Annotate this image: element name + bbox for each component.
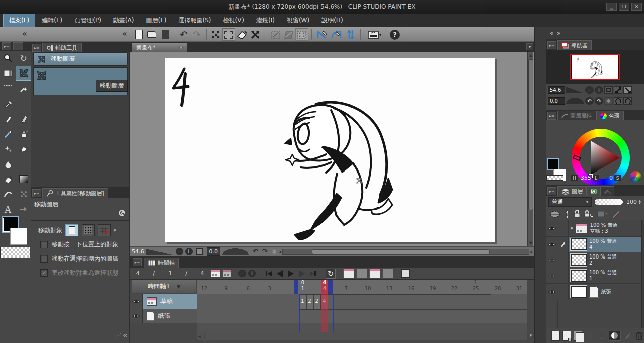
track-eye-cell[interactable] [130,294,143,309]
transform-button[interactable] [249,28,262,41]
timeline-hscrollbar[interactable]: ◂ [197,332,527,340]
panel-resize-grip-icon[interactable]: ⋰ [115,332,121,339]
scroll-up-icon[interactable]: ▲ [528,53,534,58]
timeline-cel[interactable]: 2 [314,294,321,309]
expand-icon[interactable]: ▾ [571,226,573,231]
canvas-vscrollbar[interactable]: ▲ ▼ [527,52,533,246]
auto-select-tool[interactable] [16,81,31,96]
tab-tools[interactable] [13,42,23,50]
navigator-zoom-value[interactable]: 54.6 [548,86,565,94]
specify-cel-button[interactable] [356,269,367,278]
scroll-left-icon[interactable]: ◂ [198,334,201,339]
panel-menu-icon[interactable]: ▸≡ [32,44,41,52]
nav-reset-button[interactable]: ✱ [604,97,613,105]
select-area-button[interactable] [222,28,235,41]
opacity-stepper[interactable]: ▴ ▾ [639,200,641,205]
loop-play-button[interactable]: ↻ [326,269,336,279]
zoom-slider[interactable] [146,249,173,255]
layer-content[interactable]: 100 % 普通2 [569,252,644,268]
operation-tool[interactable] [16,202,31,217]
track-grid[interactable]: 1 2 2 4 [197,294,527,309]
track-grid[interactable] [197,309,527,323]
lock-icon[interactable] [574,210,581,218]
fill-button[interactable] [235,28,249,41]
layer-content[interactable]: 100 % 普通4 [569,237,644,252]
timeline-cel[interactable]: 1 [299,294,306,309]
panel-menu-icon[interactable]: ▸≡ [547,187,556,195]
ruler-guide-icon[interactable] [611,210,623,218]
reset-rotation-icon[interactable]: ✱ [272,248,277,255]
subtool-item-move-layer[interactable]: 移動圖層 [33,67,128,95]
help-button[interactable]: ? [388,28,401,41]
onion-skin-button[interactable] [400,269,411,279]
track-label-draft[interactable]: 草稿 [143,294,197,309]
eyedropper-tool[interactable] [0,96,16,111]
go-start-button[interactable] [264,269,274,279]
menu-animation[interactable]: 動畫(A) [108,14,140,27]
menu-edit[interactable]: 編輯(E) [36,14,68,27]
tab-color-wheel[interactable]: 色環 [596,111,624,120]
layer-eye-cell[interactable] [546,268,557,283]
snap-special-ruler-button[interactable] [330,28,343,41]
nav-reset-rotate-left-button[interactable] [614,97,622,105]
tab-tool-property[interactable]: 工具屬性[移動圖層] [42,188,108,198]
checkbox-row-3[interactable]: ✓ 更改移動對象為選擇狀態 [40,269,118,277]
timeline-ruler[interactable]: 0 1 4 -12 -9 -6 -3 1 4 7 10 13 16 19 22 … [197,280,527,294]
target-grid-button[interactable] [98,224,111,236]
layer-row-cel2[interactable]: 100 % 普通2 [546,252,644,268]
new-layer-button[interactable] [551,331,560,341]
target-layer-button[interactable] [65,224,78,236]
menu-layer[interactable]: 圖層(L) [140,14,172,27]
blend-mode-dropdown[interactable]: 普通 ▾ [548,197,592,207]
airbrush-tool[interactable] [16,126,31,141]
canvas-hscrollbar[interactable] [282,249,530,255]
checkbox-unchecked-icon[interactable] [40,255,48,263]
snap-grid-button[interactable] [344,28,357,41]
gradient-tool[interactable] [16,172,31,187]
loop-end-marker[interactable] [328,280,333,294]
figure-tool[interactable] [0,187,16,202]
prev-frame-button[interactable] [275,269,285,279]
screen-settings-button[interactable]: ▾ [363,28,385,41]
pencil-tool[interactable] [16,111,31,126]
canvas-document[interactable] [165,58,495,242]
track-eye-cell[interactable] [130,309,143,323]
playhead-line[interactable] [321,294,328,332]
tab-layer-property[interactable]: 圖層屬性 [557,111,596,120]
navigator-view[interactable] [546,50,644,84]
tab-close-icon[interactable] [179,46,183,49]
tab-subtool[interactable]: 輔助工具 [42,43,82,52]
transfer-down-button[interactable] [586,331,595,340]
play-button[interactable] [286,269,296,279]
scroll-right-icon[interactable]: ▸ [530,249,533,254]
deselect-button[interactable] [209,28,222,41]
tab-animation-cels[interactable] [587,186,601,196]
rotate-view-tool[interactable]: ↻ [16,51,31,66]
tab-timeline[interactable]: 時間軸 [144,258,179,268]
open-file-button[interactable] [145,28,158,41]
layer-content[interactable]: 紙張 [569,284,644,300]
layer-row-cel4[interactable]: 100 % 普通4 [546,237,644,252]
nav-flip-h-button[interactable] [614,86,622,94]
color-sphere-icon[interactable] [630,171,641,183]
minimize-button[interactable]: ▁ [606,3,617,11]
merge-down-button[interactable] [597,331,606,340]
navigator-rotation-value[interactable]: 0.0 [548,97,565,105]
panel-menu-icon[interactable]: ▸≡ [547,112,556,120]
collapse-left-icon[interactable]: « [550,30,554,37]
foreground-color-swatch[interactable] [547,158,559,170]
transparent-color-swatch[interactable] [0,247,30,258]
pen-tool[interactable] [0,111,16,126]
menu-filter[interactable]: 濾鏡(I) [251,14,280,27]
selection-tool[interactable] [0,81,16,96]
text-tool[interactable]: A [0,202,16,217]
page-move-tool[interactable] [0,66,16,81]
go-end-button[interactable] [308,269,318,279]
next-frame-button[interactable] [297,269,307,279]
new-vector-layer-button[interactable] [562,331,571,341]
checkbox-row-2[interactable]: 移動在選擇範圍內的圖層 [40,254,118,263]
grid-select-button[interactable] [295,28,308,41]
layer-row-cel1[interactable]: 100 % 普通1 [546,268,644,284]
tab-search-layer[interactable] [601,186,614,196]
blend-tool[interactable] [0,156,16,172]
